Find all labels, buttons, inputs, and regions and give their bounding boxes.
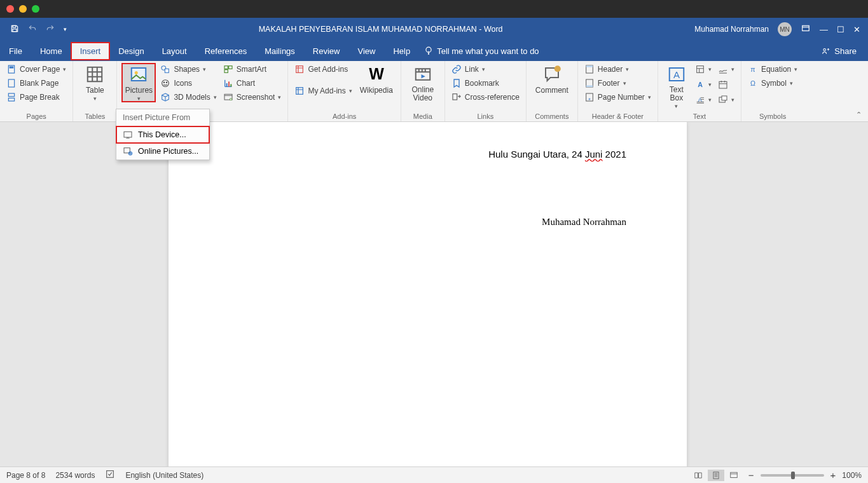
document-canvas[interactable]: Hulu Sungai Utara, 24 Juni 2021 Muhamad …	[0, 122, 868, 466]
document-page[interactable]: Hulu Sungai Utara, 24 Juni 2021 Muhamad …	[169, 122, 687, 466]
get-addins-button[interactable]: Get Add-ins	[293, 64, 353, 75]
date-time-button[interactable]	[717, 79, 736, 90]
group-tables-label: Tables	[78, 111, 111, 120]
tab-design[interactable]: Design	[109, 43, 153, 60]
undo-icon[interactable]	[28, 24, 37, 35]
group-pages: Cover Page ▾ Blank Page Page Break Pages	[0, 61, 73, 121]
mac-min-dot[interactable]	[19, 5, 27, 13]
cross-reference-button[interactable]: Cross-reference	[450, 92, 521, 103]
svg-rect-31	[453, 94, 457, 100]
svg-point-13	[135, 71, 138, 74]
svg-rect-52	[107, 471, 114, 478]
tab-layout[interactable]: Layout	[153, 43, 196, 60]
status-page[interactable]: Page 8 of 8	[6, 471, 45, 480]
ribbon-tabs: File Home Insert Design Layout Reference…	[0, 41, 868, 61]
svg-rect-1	[13, 29, 17, 31]
group-comments: Comment Comments	[527, 61, 578, 121]
screenshot-button[interactable]: Screenshot ▾	[222, 92, 283, 103]
maximize-icon[interactable]: ☐	[837, 25, 844, 34]
group-links-label: Links	[450, 111, 521, 120]
pictures-from-device[interactable]: This Device...	[116, 126, 209, 143]
share-button[interactable]: Share	[834, 46, 857, 56]
zoom-level[interactable]: 100%	[842, 471, 862, 480]
ribbon-display-icon[interactable]	[801, 24, 811, 35]
mac-max-dot[interactable]	[32, 5, 39, 13]
tab-mailings[interactable]: Mailings	[256, 43, 304, 60]
page-number-button[interactable]: #Page Number ▾	[583, 92, 652, 103]
blank-page-button[interactable]: Blank Page	[5, 78, 67, 89]
save-icon[interactable]	[10, 24, 19, 35]
object-button[interactable]: ▾	[717, 94, 736, 105]
tab-help[interactable]: Help	[384, 43, 419, 60]
view-web-layout[interactable]	[726, 470, 742, 481]
svg-rect-21	[224, 70, 228, 73]
comment-button[interactable]: Comment	[532, 64, 572, 96]
svg-point-18	[167, 82, 167, 83]
group-headerfooter: Header ▾ Footer ▾ #Page Number ▾ Header …	[578, 61, 658, 121]
group-comments-label: Comments	[532, 111, 572, 120]
zoom-slider[interactable]	[761, 474, 824, 477]
online-video-button[interactable]: Online Video	[406, 64, 439, 104]
shapes-button[interactable]: Shapes ▾	[159, 64, 217, 75]
mac-titlebar	[0, 0, 868, 18]
doc-text-author[interactable]: Muhamad Norrahman	[542, 217, 626, 228]
svg-rect-36	[586, 85, 593, 87]
view-print-layout[interactable]	[708, 470, 724, 481]
zoom-out-button[interactable]: −	[748, 470, 754, 480]
svg-rect-22	[226, 83, 227, 86]
wordart-button[interactable]: A▾	[694, 79, 713, 90]
group-media: Online Video Media	[401, 61, 445, 121]
collapse-ribbon-icon[interactable]: ⌃	[850, 108, 868, 121]
smartart-button[interactable]: SmartArt	[222, 64, 283, 75]
svg-point-17	[164, 82, 165, 83]
tell-me-search[interactable]: Tell me what you want to do	[424, 46, 539, 56]
redo-icon[interactable]	[46, 24, 55, 35]
close-icon[interactable]: ✕	[853, 25, 860, 34]
tab-view[interactable]: View	[348, 43, 384, 60]
status-words[interactable]: 2534 words	[55, 471, 95, 480]
header-button[interactable]: Header ▾	[583, 64, 652, 75]
my-addins-button[interactable]: My Add-ins ▾	[293, 85, 353, 97]
pictures-online[interactable]: Online Pictures...	[116, 143, 209, 160]
svg-rect-34	[586, 65, 593, 67]
equation-button[interactable]: πEquation ▾	[747, 64, 799, 75]
status-language[interactable]: English (United States)	[125, 471, 203, 480]
symbol-button[interactable]: ΩSymbol ▾	[747, 78, 799, 89]
svg-rect-28	[296, 88, 303, 95]
group-pages-label: Pages	[5, 111, 67, 120]
svg-rect-2	[803, 25, 809, 31]
quick-parts-button[interactable]: ▾	[694, 64, 713, 75]
table-button[interactable]: Table▾	[78, 64, 111, 102]
zoom-in-button[interactable]: +	[830, 470, 836, 480]
bookmark-button[interactable]: Bookmark	[450, 78, 521, 89]
text-box-button[interactable]: A Text Box▾	[663, 64, 690, 109]
drop-cap-button[interactable]: A▾	[694, 94, 713, 105]
group-tables: Table▾ Tables	[73, 61, 117, 121]
mac-close-dot[interactable]	[6, 5, 14, 13]
view-read-mode[interactable]	[690, 470, 706, 481]
3d-models-button[interactable]: 3D Models ▾	[159, 92, 217, 103]
tab-references[interactable]: References	[196, 43, 256, 60]
cover-page-button[interactable]: Cover Page ▾	[5, 64, 67, 75]
doc-text-location-date[interactable]: Hulu Sungai Utara, 24 Juni 2021	[488, 149, 626, 160]
page-break-button[interactable]: Page Break	[5, 92, 67, 103]
link-button[interactable]: Link ▾	[450, 64, 521, 75]
pictures-button[interactable]: Pictures▾	[122, 64, 155, 102]
avatar[interactable]: MN	[778, 22, 792, 36]
svg-rect-20	[228, 66, 231, 69]
svg-rect-12	[132, 68, 146, 81]
footer-button[interactable]: Footer ▾	[583, 78, 652, 89]
signature-line-button[interactable]: ▾	[717, 64, 736, 75]
svg-point-32	[555, 65, 561, 72]
icons-button[interactable]: Icons	[159, 78, 217, 89]
status-proofing-icon[interactable]	[105, 469, 115, 481]
group-text: A Text Box▾ ▾ A▾ A▾ ▾ ▾ Text	[658, 61, 741, 121]
tab-file[interactable]: File	[0, 43, 31, 60]
svg-text:#: #	[588, 97, 590, 101]
tab-insert[interactable]: Insert	[71, 43, 110, 60]
tab-review[interactable]: Review	[304, 43, 349, 60]
tab-home[interactable]: Home	[31, 43, 71, 60]
wikipedia-button[interactable]: W Wikipedia	[357, 64, 396, 96]
minimize-icon[interactable]: —	[820, 25, 828, 34]
chart-button[interactable]: Chart	[222, 78, 283, 89]
